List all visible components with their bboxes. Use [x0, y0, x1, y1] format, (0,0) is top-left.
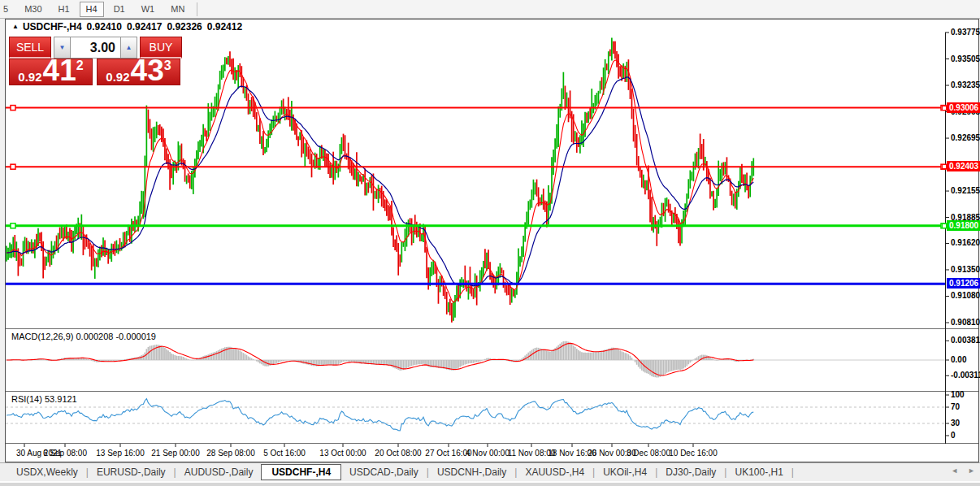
chart-tab-usdchf-h4[interactable]: USDCHF-,H4 — [261, 464, 341, 480]
level-axis-handle — [942, 164, 947, 169]
chart-tab-ukoil-h4[interactable]: UKOil-,H4 — [595, 465, 655, 479]
timeframe-button-h1[interactable]: H1 — [52, 2, 76, 17]
chart-tab-audusd-daily[interactable]: AUDUSD-,Daily — [176, 465, 262, 479]
chart-tab-bar: USDX,Weekly|EURUSD-,Daily|AUDUSD-,DailyU… — [0, 462, 980, 481]
macd-main-value: 0.000208 — [76, 332, 113, 341]
timeframe-button-m30[interactable]: M30 — [18, 2, 48, 17]
time-axis-label: 28 Sep 08:00 — [206, 449, 255, 458]
chart-tab-usdcnh-daily[interactable]: USDCNH-,Daily — [429, 465, 514, 479]
tab-separator: | — [791, 466, 794, 478]
price-tick-label: 0.91620 — [951, 238, 980, 247]
time-axis-label: 3 Dec 08:00 — [627, 449, 670, 458]
sell-price-box[interactable]: 0.92 41 2 — [9, 59, 93, 85]
mt4-app: 5M30H1H4D1W1MN ▲ USDCHF-,H4 0.92410 0.92… — [0, 0, 980, 486]
time-axis-label: 27 Oct 16:00 — [425, 449, 471, 458]
price-badge-0.91800: 0.91800 — [947, 220, 980, 231]
timeframe-button-5[interactable]: 5 — [0, 2, 15, 17]
price-tick-label: 0.93235 — [951, 80, 980, 89]
rsi-scale-label: 100 — [951, 390, 965, 399]
macd-label: MACD(12,26,9) 0.000208 -0.000019 — [11, 332, 156, 341]
macd-scale-label: -0.00311 — [951, 371, 980, 380]
ohlc-high: 0.92417 — [127, 21, 162, 33]
time-axis-label: 20 Oct 08:00 — [375, 449, 421, 458]
price-badge-0.93006: 0.93006 — [947, 102, 980, 113]
chart-tab-usdx-weekly[interactable]: USDX,Weekly — [8, 465, 86, 479]
buy-price-sup: 3 — [164, 59, 171, 72]
timeframe-toolbar: 5M30H1H4D1W1MN — [0, 0, 980, 19]
one-click-trading-panel: SELL ▼ ▲ BUY 0.92 41 — [9, 37, 184, 85]
buy-price-box[interactable]: 0.92 43 3 — [97, 59, 180, 85]
chart-tab-dj30-daily[interactable]: DJ30-,Daily — [657, 465, 724, 479]
rsi-scale-label: 30 — [951, 419, 960, 427]
bottom-strip — [0, 481, 980, 486]
price-tick-label: 0.93775 — [951, 28, 980, 37]
chart-tab-eurusd-daily[interactable]: EURUSD-,Daily — [89, 465, 174, 479]
rsi-scale-label: 0 — [951, 431, 956, 440]
chart-title-bar: ▲ USDCHF-,H4 0.92410 0.92417 0.92326 0.9… — [6, 20, 940, 33]
price-tick-label: 0.91080 — [951, 291, 980, 300]
buy-price-base: 0.92 — [106, 71, 129, 83]
chart-window: ▲ USDCHF-,H4 0.92410 0.92417 0.92326 0.9… — [5, 19, 979, 462]
tab-scroll-left-icon[interactable]: ◄ — [951, 466, 958, 475]
chart-tab-xauusd-h4[interactable]: XAUUSD-,H4 — [517, 465, 592, 479]
time-axis-label: 5 Oct 16:00 — [263, 449, 306, 458]
volume-input[interactable] — [71, 37, 120, 59]
rsi-scale-label: 70 — [951, 402, 960, 411]
ohlc-close: 0.92412 — [207, 21, 242, 33]
chart-tab-usdcad-daily[interactable]: USDCAD-,Daily — [341, 465, 427, 479]
level-axis-handle — [942, 223, 947, 228]
timeframe-button-d1[interactable]: D1 — [107, 2, 132, 17]
macd-scale-label: 0.00 — [951, 355, 966, 364]
price-tick-label: 0.93505 — [951, 54, 980, 63]
toolbar-separator — [197, 2, 197, 16]
rsi-value: 53.9121 — [45, 394, 77, 404]
price-badge-0.91206: 0.91206 — [947, 278, 980, 289]
level-axis-handle — [942, 106, 947, 111]
sell-button-label: SELL — [16, 41, 44, 54]
chart-tab-uk100-h1[interactable]: UK100-,H1 — [726, 465, 791, 479]
timeframe-button-h4[interactable]: H4 — [80, 2, 104, 17]
time-axis-label: 13 Oct 00:00 — [319, 449, 366, 458]
macd-scale-label: 0.003811 — [951, 336, 980, 345]
tab-scroll-arrows: ◄► — [951, 466, 975, 475]
arrow-down-icon: ▼ — [59, 44, 66, 51]
chart-symbol-title: USDCHF-,H4 — [23, 21, 82, 33]
timeframe-button-mn[interactable]: MN — [164, 2, 191, 17]
sell-price-big: 41 — [43, 59, 76, 83]
time-axis-label: 10 Dec 16:00 — [669, 449, 718, 458]
buy-price-big: 43 — [131, 59, 164, 83]
time-axis-label: 6 Sep 08:00 — [43, 449, 87, 458]
collapse-panel-icon[interactable]: ▲ — [12, 23, 19, 30]
timeframe-button-w1[interactable]: W1 — [135, 2, 162, 17]
time-axis-label: 13 Sep 16:00 — [96, 449, 145, 458]
time-axis-label: 21 Sep 00:00 — [151, 449, 200, 458]
price-badge-0.92403: 0.92403 — [947, 161, 980, 171]
price-tick-label: 0.91350 — [951, 265, 980, 274]
rsi-label: RSI(14) 53.9121 — [11, 394, 77, 404]
tab-scroll-right-icon[interactable]: ► — [968, 466, 975, 475]
buy-button-label: BUY — [150, 41, 173, 54]
price-tick-label: 0.90810 — [951, 318, 980, 327]
price-tick-label: 0.92155 — [951, 186, 980, 195]
sell-price-base: 0.92 — [18, 71, 41, 83]
arrow-up-icon: ▲ — [126, 44, 132, 51]
ohlc-low: 0.92326 — [167, 21, 202, 33]
macd-signal-value: -0.000019 — [115, 332, 156, 341]
sell-price-sup: 2 — [76, 59, 84, 72]
ohlc-open: 0.92410 — [87, 21, 122, 33]
price-tick-label: 0.92695 — [951, 133, 980, 142]
time-axis-label: 4 Nov 00:00 — [466, 449, 510, 458]
